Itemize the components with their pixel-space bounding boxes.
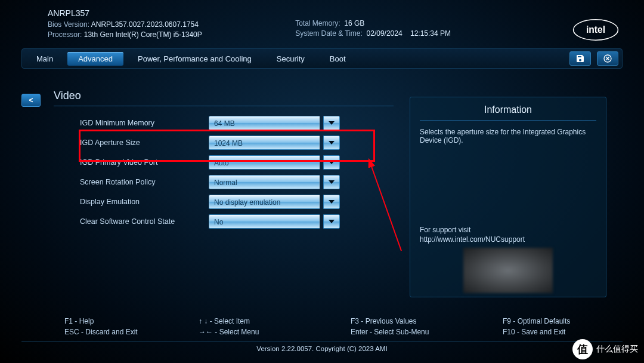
bios-value: ANRPL357.0027.2023.0607.1754 (91, 20, 199, 29)
chevron-down-icon[interactable] (323, 175, 340, 189)
hint-select-menu: →← - Select Menu (199, 328, 351, 336)
support-image (463, 248, 553, 293)
dropdown-rotation[interactable]: Normal (209, 175, 340, 189)
hint-enter: Enter - Select Sub-Menu (351, 328, 503, 336)
label-rotation: Screen Rotation Policy (54, 178, 209, 186)
tab-boot[interactable]: Boot (319, 52, 357, 66)
cpu-value: 13th Gen Intel(R) Core(TM) i5-1340P (84, 30, 202, 39)
label-igd-min-memory: IGD Minimum Memory (54, 119, 209, 127)
dropdown-igd-min-memory[interactable]: 64 MB (209, 116, 340, 130)
hint-f1: F1 - Help (64, 317, 199, 325)
hint-f10: F10 - Save and Exit (503, 328, 570, 336)
hint-f9: F9 - Optimal Defaults (503, 317, 570, 325)
datetime-label: System Date & Time: (295, 29, 363, 38)
watermark-text: 什么值得买 (596, 344, 638, 355)
chevron-down-icon[interactable] (323, 136, 340, 150)
value-display-emulation[interactable]: No display emulation (209, 195, 320, 209)
watermark: 值 什么值得买 (572, 339, 638, 359)
chevron-down-icon[interactable] (323, 116, 340, 130)
section-title: Video (54, 90, 394, 106)
tab-main[interactable]: Main (26, 52, 64, 66)
row-clear-state: Clear Software Control State No (54, 212, 394, 231)
support-label: For support visit (420, 225, 525, 235)
value-primary-video[interactable]: Auto (209, 155, 320, 170)
footer: F1 - Help ESC - Discard and Exit ↑ ↓ - S… (0, 317, 644, 352)
tab-power[interactable]: Power, Performance and Cooling (127, 52, 262, 66)
hint-select-item: ↑ ↓ - Select Item (199, 317, 351, 325)
tab-bar: Main Advanced Power, Performance and Coo… (21, 48, 623, 69)
time-value: 12:15:34 PM (410, 29, 451, 38)
tab-advanced[interactable]: Advanced (67, 52, 123, 66)
mem-value: 16 GB (344, 19, 364, 27)
hint-esc: ESC - Discard and Exit (64, 328, 199, 336)
back-button[interactable]: < (21, 94, 41, 107)
support-url: http://www.intel.com/NUCsupport (420, 235, 525, 244)
row-display-emulation: Display Emulation No display emulation (54, 192, 394, 211)
row-rotation: Screen Rotation Policy Normal (54, 173, 394, 192)
info-description: Selects the aperture size for the Integr… (420, 128, 596, 144)
label-primary-video: IGD Primary Video Port (54, 158, 209, 167)
copyright: Version 2.22.0057. Copyright (C) 2023 AM… (21, 341, 623, 352)
cpu-label: Processor: (48, 30, 82, 39)
row-igd-aperture: IGD Aperture Size 1024 MB (54, 133, 394, 152)
dropdown-clear-state[interactable]: No (209, 214, 340, 229)
row-primary-video: IGD Primary Video Port Auto (54, 153, 394, 172)
bios-label: Bios Version: (48, 20, 89, 29)
label-igd-aperture: IGD Aperture Size (54, 139, 209, 147)
date-value: 02/09/2024 (367, 29, 402, 38)
chevron-down-icon[interactable] (323, 195, 340, 209)
value-igd-min-memory[interactable]: 64 MB (209, 116, 320, 130)
info-title: Information (420, 104, 596, 121)
value-igd-aperture[interactable]: 1024 MB (209, 136, 320, 150)
video-section: Video IGD Minimum Memory 64 MB IGD Apert… (54, 90, 394, 232)
dropdown-igd-aperture[interactable]: 1024 MB (209, 136, 340, 150)
mem-label: Total Memory: (295, 19, 340, 27)
chevron-down-icon[interactable] (323, 214, 340, 229)
dropdown-primary-video[interactable]: Auto (209, 155, 340, 170)
row-igd-min-memory: IGD Minimum Memory 64 MB (54, 113, 394, 133)
hint-f3: F3 - Previous Values (351, 317, 503, 325)
info-panel: Information Selects the aperture size fo… (410, 97, 606, 297)
intel-logo: intel (572, 18, 619, 44)
dropdown-display-emulation[interactable]: No display emulation (209, 195, 340, 209)
value-clear-state[interactable]: No (209, 214, 320, 229)
save-icon-button[interactable] (569, 51, 591, 66)
header-info: ANRPL357 Bios Version: ANRPL357.0027.202… (0, 0, 644, 44)
label-display-emulation: Display Emulation (54, 198, 209, 206)
model-name: ANRPL357 (48, 8, 202, 19)
chevron-down-icon[interactable] (323, 155, 340, 170)
svg-text:intel: intel (586, 24, 605, 35)
label-clear-state: Clear Software Control State (54, 217, 209, 226)
value-rotation[interactable]: Normal (209, 175, 320, 189)
exit-icon-button[interactable] (597, 51, 618, 66)
watermark-icon: 值 (572, 339, 593, 359)
tab-security[interactable]: Security (266, 52, 315, 66)
